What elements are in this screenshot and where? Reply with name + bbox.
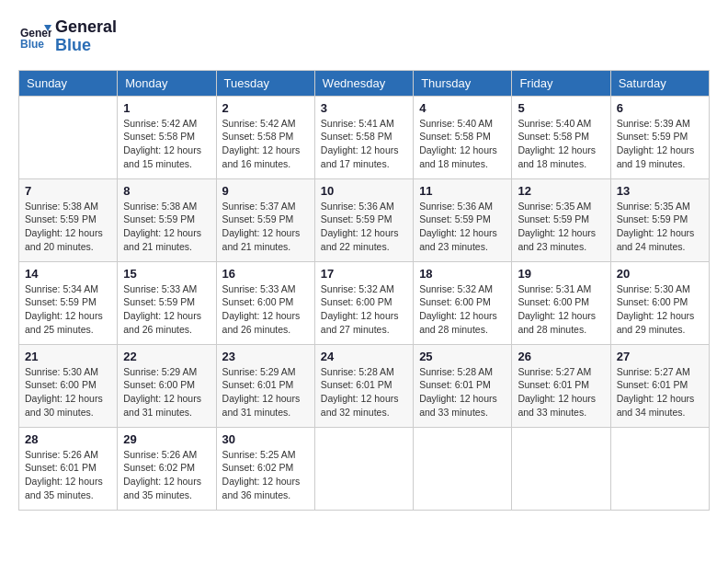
day-number: 21 (25, 350, 111, 363)
calendar-cell (512, 427, 610, 510)
day-number: 19 (518, 267, 604, 281)
day-info: Sunrise: 5:41 AMSunset: 5:58 PMDaylight:… (321, 117, 407, 171)
day-number: 3 (321, 101, 407, 115)
weekday-header-saturday: Saturday (610, 70, 709, 96)
day-info: Sunrise: 5:32 AMSunset: 6:00 PMDaylight:… (321, 282, 407, 337)
calendar-cell: 20Sunrise: 5:30 AMSunset: 6:00 PMDayligh… (610, 261, 709, 344)
day-info: Sunrise: 5:33 AMSunset: 6:00 PMDaylight:… (222, 282, 309, 337)
calendar-cell: 6Sunrise: 5:39 AMSunset: 5:59 PMDaylight… (610, 96, 709, 178)
day-info: Sunrise: 5:35 AMSunset: 5:59 PMDaylight:… (518, 200, 604, 254)
weekday-header-tuesday: Tuesday (216, 70, 314, 96)
day-number: 11 (419, 184, 506, 198)
weekday-header-monday: Monday (118, 70, 216, 96)
calendar-cell: 10Sunrise: 5:36 AMSunset: 5:59 PMDayligh… (314, 178, 413, 261)
logo-icon: General Blue (18, 20, 51, 53)
day-number: 16 (222, 267, 309, 281)
calendar-cell: 17Sunrise: 5:32 AMSunset: 6:00 PMDayligh… (314, 261, 413, 344)
day-number: 17 (321, 267, 407, 281)
day-info: Sunrise: 5:32 AMSunset: 6:00 PMDaylight:… (419, 282, 506, 337)
day-number: 7 (25, 184, 111, 198)
calendar-header-row: SundayMondayTuesdayWednesdayThursdayFrid… (19, 70, 710, 96)
day-number: 9 (222, 184, 309, 198)
day-number: 18 (419, 267, 506, 281)
day-number: 5 (518, 101, 604, 115)
calendar-cell: 14Sunrise: 5:34 AMSunset: 5:59 PMDayligh… (19, 261, 118, 344)
day-number: 4 (419, 101, 506, 115)
calendar-cell (610, 427, 709, 510)
day-info: Sunrise: 5:25 AMSunset: 6:02 PMDaylight:… (222, 448, 309, 502)
calendar-cell: 30Sunrise: 5:25 AMSunset: 6:02 PMDayligh… (216, 427, 314, 510)
day-number: 30 (222, 432, 309, 446)
calendar-week-row: 21Sunrise: 5:30 AMSunset: 6:00 PMDayligh… (19, 344, 710, 427)
day-number: 14 (25, 267, 111, 281)
day-info: Sunrise: 5:38 AMSunset: 5:59 PMDaylight:… (123, 200, 210, 254)
day-info: Sunrise: 5:27 AMSunset: 6:01 PMDaylight:… (518, 365, 604, 419)
calendar-cell (19, 96, 118, 178)
day-info: Sunrise: 5:34 AMSunset: 5:59 PMDaylight:… (25, 282, 111, 337)
weekday-header-sunday: Sunday (19, 70, 118, 96)
day-info: Sunrise: 5:28 AMSunset: 6:01 PMDaylight:… (419, 365, 506, 419)
day-info: Sunrise: 5:42 AMSunset: 5:58 PMDaylight:… (123, 117, 210, 171)
day-number: 1 (123, 101, 210, 115)
day-number: 13 (617, 184, 703, 198)
calendar-cell: 15Sunrise: 5:33 AMSunset: 5:59 PMDayligh… (118, 261, 216, 344)
day-number: 23 (222, 350, 309, 363)
day-number: 26 (518, 350, 604, 363)
svg-text:Blue: Blue (20, 38, 44, 51)
calendar-week-row: 7Sunrise: 5:38 AMSunset: 5:59 PMDaylight… (19, 178, 710, 261)
day-info: Sunrise: 5:26 AMSunset: 6:02 PMDaylight:… (123, 448, 210, 502)
weekday-header-thursday: Thursday (414, 70, 512, 96)
day-info: Sunrise: 5:30 AMSunset: 6:00 PMDaylight:… (25, 365, 111, 419)
calendar-cell: 27Sunrise: 5:27 AMSunset: 6:01 PMDayligh… (610, 344, 709, 427)
day-info: Sunrise: 5:36 AMSunset: 5:59 PMDaylight:… (419, 200, 506, 254)
calendar-cell (414, 427, 512, 510)
day-info: Sunrise: 5:29 AMSunset: 6:01 PMDaylight:… (222, 365, 309, 419)
day-info: Sunrise: 5:40 AMSunset: 5:58 PMDaylight:… (518, 117, 604, 171)
day-info: Sunrise: 5:39 AMSunset: 5:59 PMDaylight:… (617, 117, 703, 171)
logo: General Blue General Blue (18, 18, 117, 55)
day-number: 10 (321, 184, 407, 198)
weekday-header-wednesday: Wednesday (314, 70, 413, 96)
calendar-table: SundayMondayTuesdayWednesdayThursdayFrid… (18, 70, 710, 511)
day-number: 8 (123, 184, 210, 198)
day-info: Sunrise: 5:42 AMSunset: 5:58 PMDaylight:… (222, 117, 309, 171)
calendar-cell: 3Sunrise: 5:41 AMSunset: 5:58 PMDaylight… (314, 96, 413, 178)
calendar-cell: 5Sunrise: 5:40 AMSunset: 5:58 PMDaylight… (512, 96, 610, 178)
day-number: 6 (617, 101, 703, 115)
page-header: General Blue General Blue (18, 18, 710, 55)
calendar-cell (314, 427, 413, 510)
calendar-cell: 8Sunrise: 5:38 AMSunset: 5:59 PMDaylight… (118, 178, 216, 261)
calendar-cell: 23Sunrise: 5:29 AMSunset: 6:01 PMDayligh… (216, 344, 314, 427)
calendar-cell: 13Sunrise: 5:35 AMSunset: 5:59 PMDayligh… (610, 178, 709, 261)
calendar-week-row: 14Sunrise: 5:34 AMSunset: 5:59 PMDayligh… (19, 261, 710, 344)
calendar-cell: 4Sunrise: 5:40 AMSunset: 5:58 PMDaylight… (414, 96, 512, 178)
calendar-week-row: 1Sunrise: 5:42 AMSunset: 5:58 PMDaylight… (19, 96, 710, 178)
calendar-cell: 18Sunrise: 5:32 AMSunset: 6:00 PMDayligh… (414, 261, 512, 344)
day-number: 27 (617, 350, 703, 363)
day-number: 22 (123, 350, 210, 363)
day-info: Sunrise: 5:30 AMSunset: 6:00 PMDaylight:… (617, 282, 703, 337)
calendar-cell: 24Sunrise: 5:28 AMSunset: 6:01 PMDayligh… (314, 344, 413, 427)
day-info: Sunrise: 5:27 AMSunset: 6:01 PMDaylight:… (617, 365, 703, 419)
calendar-week-row: 28Sunrise: 5:26 AMSunset: 6:01 PMDayligh… (19, 427, 710, 510)
calendar-cell: 21Sunrise: 5:30 AMSunset: 6:00 PMDayligh… (19, 344, 118, 427)
calendar-cell: 11Sunrise: 5:36 AMSunset: 5:59 PMDayligh… (414, 178, 512, 261)
day-info: Sunrise: 5:33 AMSunset: 5:59 PMDaylight:… (123, 282, 210, 337)
day-number: 25 (419, 350, 506, 363)
day-number: 15 (123, 267, 210, 281)
day-number: 2 (222, 101, 309, 115)
day-info: Sunrise: 5:36 AMSunset: 5:59 PMDaylight:… (321, 200, 407, 254)
weekday-header-friday: Friday (512, 70, 610, 96)
day-number: 12 (518, 184, 604, 198)
calendar-cell: 1Sunrise: 5:42 AMSunset: 5:58 PMDaylight… (118, 96, 216, 178)
day-info: Sunrise: 5:29 AMSunset: 6:00 PMDaylight:… (123, 365, 210, 419)
calendar-cell: 2Sunrise: 5:42 AMSunset: 5:58 PMDaylight… (216, 96, 314, 178)
logo-text: General Blue (55, 18, 117, 55)
day-info: Sunrise: 5:35 AMSunset: 5:59 PMDaylight:… (617, 200, 703, 254)
calendar-cell: 26Sunrise: 5:27 AMSunset: 6:01 PMDayligh… (512, 344, 610, 427)
day-info: Sunrise: 5:40 AMSunset: 5:58 PMDaylight:… (419, 117, 506, 171)
calendar-cell: 25Sunrise: 5:28 AMSunset: 6:01 PMDayligh… (414, 344, 512, 427)
calendar-cell: 19Sunrise: 5:31 AMSunset: 6:00 PMDayligh… (512, 261, 610, 344)
calendar-cell: 16Sunrise: 5:33 AMSunset: 6:00 PMDayligh… (216, 261, 314, 344)
day-info: Sunrise: 5:31 AMSunset: 6:00 PMDaylight:… (518, 282, 604, 337)
